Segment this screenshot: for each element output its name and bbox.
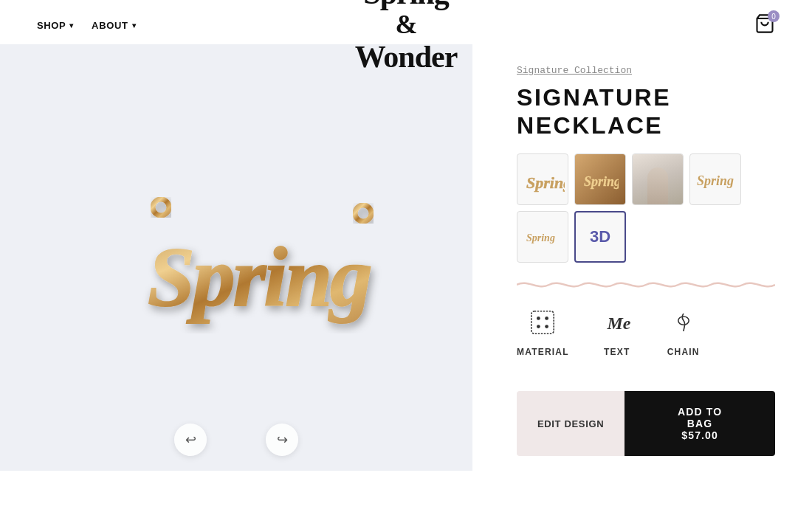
svg-text:Spring: Spring	[584, 174, 619, 189]
svg-point-12	[546, 325, 549, 328]
add-to-bag-button[interactable]: ADD TO BAG $57.00	[625, 391, 775, 456]
svg-point-2	[355, 205, 371, 221]
text-label: TEXT	[604, 347, 630, 357]
product-title-line2: NECKLACE	[517, 112, 663, 139]
chain-icon	[665, 304, 702, 341]
material-option[interactable]: MATERIAL	[517, 304, 569, 357]
chain-option[interactable]: CHAIN	[665, 304, 702, 357]
site-logo[interactable]: Spring & Wonder	[355, 0, 458, 74]
material-label: MATERIAL	[517, 347, 569, 357]
svg-text:Spring: Spring	[526, 232, 555, 243]
rotate-left-button[interactable]: ↩	[174, 424, 207, 456]
svg-point-10	[546, 317, 549, 320]
thumbnail-3[interactable]	[632, 153, 684, 205]
text-option[interactable]: Me TEXT	[599, 304, 636, 357]
about-label: ABOUT	[92, 20, 128, 31]
bottom-controls: ↩ ↪	[174, 424, 298, 456]
shop-nav[interactable]: SHOP ▾	[37, 20, 74, 31]
svg-text:Me: Me	[606, 314, 630, 333]
thumbnail-1[interactable]: Spring	[517, 153, 568, 205]
svg-text:Spring: Spring	[526, 173, 565, 192]
shop-chevron-icon: ▾	[69, 21, 74, 30]
cart-icon[interactable]: 0	[754, 13, 775, 37]
thumbnail-3d[interactable]: 3D	[574, 211, 626, 263]
svg-point-9	[537, 317, 540, 320]
product-title-line1: SIGNATURE	[517, 84, 671, 111]
text-icon: Me	[599, 304, 636, 341]
about-nav[interactable]: ABOUT ▾	[92, 20, 136, 31]
product-details: Signature Collection SIGNATURE NECKLACE …	[472, 44, 812, 471]
necklace-svg: Spring	[81, 176, 391, 339]
rotate-left-icon: ↩	[185, 432, 196, 448]
thumbnail-2[interactable]: Spring	[574, 153, 626, 205]
rotate-right-icon: ↪	[277, 432, 288, 448]
product-3d-view: Spring	[81, 139, 391, 376]
3d-label: 3D	[590, 227, 610, 246]
customization-options: MATERIAL Me TEXT CHAIN	[517, 304, 775, 357]
svg-point-1	[153, 199, 169, 215]
svg-text:Spring: Spring	[148, 230, 371, 324]
material-icon	[524, 304, 561, 341]
logo-line1: Spring	[355, 0, 458, 10]
thumbnail-gallery: Spring Spring Spring	[517, 153, 775, 263]
logo-line3: Wonder	[355, 40, 458, 74]
action-buttons: EDIT DESIGN ADD TO BAG $57.00	[517, 391, 775, 456]
logo-line2: &	[355, 10, 458, 40]
svg-point-11	[537, 325, 540, 328]
rotate-right-button[interactable]: ↪	[266, 424, 298, 456]
thumbnail-5[interactable]: Spring	[517, 211, 568, 263]
cart-badge: 0	[768, 10, 780, 22]
main-content: Spring ↩ ↪ Signature Collection SIGNATUR…	[0, 44, 812, 471]
shop-label: SHOP	[37, 20, 66, 31]
edit-design-button[interactable]: EDIT DESIGN	[517, 391, 625, 456]
chain-label: CHAIN	[667, 347, 700, 357]
thumbnail-4[interactable]: Spring	[689, 153, 741, 205]
header: SHOP ▾ ABOUT ▾ Spring & Wonder 0	[0, 0, 812, 44]
product-title: SIGNATURE NECKLACE	[517, 83, 775, 140]
product-image-area: Spring ↩ ↪	[0, 44, 472, 471]
nav-left: SHOP ▾ ABOUT ▾	[37, 20, 136, 31]
svg-text:Spring: Spring	[697, 173, 734, 188]
wavy-divider	[517, 277, 775, 292]
about-chevron-icon: ▾	[132, 21, 137, 30]
svg-rect-8	[531, 311, 554, 333]
collection-link[interactable]: Signature Collection	[517, 65, 775, 76]
